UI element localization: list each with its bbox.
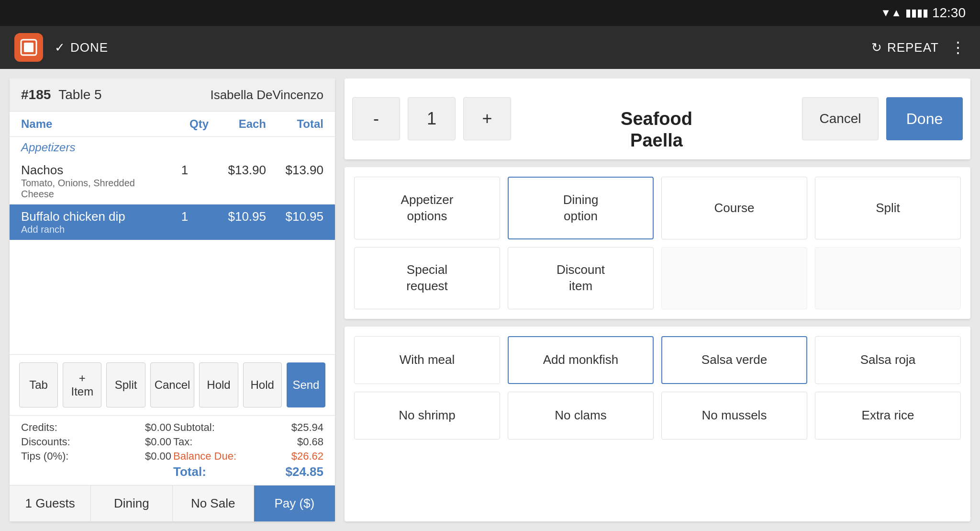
item-each-buffalo: $10.95 xyxy=(209,209,266,224)
empty-option-2 xyxy=(815,247,961,309)
more-button[interactable]: ⋮ xyxy=(950,38,966,56)
customer-name: Isabella DeVincenzo xyxy=(210,88,323,102)
done-modifier-button[interactable]: Done xyxy=(886,97,963,140)
repeat-button[interactable]: ↻ REPEAT xyxy=(871,40,939,55)
extra-rice-button[interactable]: Extra rice xyxy=(815,392,961,440)
item-total-nachos: $13.90 xyxy=(266,163,323,178)
appetizer-options-button[interactable]: Appetizer options xyxy=(354,177,500,240)
qty-plus-button[interactable]: + xyxy=(463,97,511,140)
with-meal-button[interactable]: With meal xyxy=(354,336,500,384)
item-title: Seafood Paella xyxy=(519,86,794,152)
no-clams-button[interactable]: No clams xyxy=(508,392,654,440)
discounts-row: Discounts: $0.00 xyxy=(21,436,171,448)
order-header: #185 Table 5 Isabella DeVincenzo xyxy=(10,79,335,112)
empty-option-1 xyxy=(661,247,807,309)
hold-button-2[interactable]: Hold xyxy=(243,362,282,407)
app-logo xyxy=(14,33,43,62)
order-nav: 1 Guests Dining No Sale Pay ($) xyxy=(10,485,335,521)
add-monkfish-button[interactable]: Add monkfish xyxy=(508,336,654,384)
main-content: #185 Table 5 Isabella DeVincenzo Name Qt… xyxy=(0,69,980,531)
discount-item-button[interactable]: Discount item xyxy=(508,247,654,309)
tax-row: Tax: $0.68 xyxy=(173,436,323,448)
item-each-nachos: $13.90 xyxy=(209,163,266,178)
battery-icon: ▮▮▮▮ xyxy=(905,7,928,19)
category-label: Appetizers xyxy=(21,141,75,154)
order-item-buffalo[interactable]: Buffalo chicken dip Add ranch 1 $10.95 $… xyxy=(10,204,335,240)
col-qty: Qty xyxy=(161,117,209,131)
cancel-order-button[interactable]: Cancel xyxy=(150,362,195,407)
hold-button-1[interactable]: Hold xyxy=(199,362,238,407)
svg-rect-1 xyxy=(24,43,33,52)
totals-right: Subtotal: $25.94 Tax: $0.68 Balance Due:… xyxy=(173,421,323,479)
col-name: Name xyxy=(21,117,161,131)
item-qty-nachos: 1 xyxy=(161,163,209,178)
top-options-row-2: Special request Discount item xyxy=(354,247,961,309)
top-options-row-1: Appetizer options Dining option Course S… xyxy=(354,177,961,240)
action-bar-left: ✓ DONE xyxy=(14,33,108,62)
qty-bar: - 1 + Seafood Paella Cancel Done xyxy=(345,79,970,159)
qty-minus-button[interactable]: - xyxy=(352,97,400,140)
total-row: Total: $24.85 xyxy=(173,464,323,479)
category-appetizers: Appetizers xyxy=(10,137,335,158)
order-totals: Credits: $0.00 Discounts: $0.00 Tips (0%… xyxy=(10,415,335,485)
special-request-button[interactable]: Special request xyxy=(354,247,500,309)
totals-left: Credits: $0.00 Discounts: $0.00 Tips (0%… xyxy=(21,421,171,479)
more-icon: ⋮ xyxy=(950,39,966,56)
order-number: #185 xyxy=(21,87,51,102)
qty-display: 1 xyxy=(408,97,456,140)
order-spacer xyxy=(10,240,335,354)
order-item-nachos[interactable]: Nachos Tomato, Onions, Shredded Cheese 1… xyxy=(10,158,335,204)
repeat-label: REPEAT xyxy=(887,40,939,55)
balance-due-row: Balance Due: $26.62 xyxy=(173,450,323,463)
salsa-verde-button[interactable]: Salsa verde xyxy=(661,336,807,384)
checkmark-icon: ✓ xyxy=(55,40,66,55)
done-button[interactable]: ✓ DONE xyxy=(55,40,108,55)
col-each: Each xyxy=(209,117,266,131)
no-mussels-button[interactable]: No mussels xyxy=(661,392,807,440)
modifier-panel: - 1 + Seafood Paella Cancel Done Appetiz… xyxy=(345,79,970,521)
status-time: 12:30 xyxy=(932,5,966,21)
dining-button[interactable]: Dining xyxy=(91,486,172,521)
wifi-icon: ▼▲ xyxy=(880,7,902,19)
action-bar-right: ↻ REPEAT ⋮ xyxy=(871,38,966,56)
column-headers: Name Qty Each Total xyxy=(10,112,335,137)
order-info: #185 Table 5 xyxy=(21,87,102,102)
split-button[interactable]: Split xyxy=(106,362,145,407)
bottom-modifier-grid: With meal Add monkfish Salsa verde Salsa… xyxy=(345,327,970,521)
tips-row: Tips (0%): $0.00 xyxy=(21,450,171,463)
split-modifier-button[interactable]: Split xyxy=(815,177,961,240)
course-button[interactable]: Course xyxy=(661,177,807,240)
repeat-icon: ↻ xyxy=(871,40,882,55)
top-options-grid: Appetizer options Dining option Course S… xyxy=(345,167,970,319)
salsa-roja-button[interactable]: Salsa roja xyxy=(815,336,961,384)
bottom-options-row-2: No shrimp No clams No mussels Extra rice xyxy=(354,392,961,440)
add-item-button[interactable]: + Item xyxy=(63,362,101,407)
no-sale-button[interactable]: No Sale xyxy=(173,486,254,521)
dining-option-button[interactable]: Dining option xyxy=(508,177,654,240)
col-total: Total xyxy=(266,117,323,131)
no-shrimp-button[interactable]: No shrimp xyxy=(354,392,500,440)
done-label: DONE xyxy=(70,40,108,55)
subtotal-row: Subtotal: $25.94 xyxy=(173,421,323,434)
cancel-modifier-button[interactable]: Cancel xyxy=(802,97,879,140)
order-actions: Tab + Item Split Cancel Hold Hold Send xyxy=(10,354,335,415)
status-bar: ▼▲ ▮▮▮▮ 12:30 xyxy=(0,0,980,26)
pay-button[interactable]: Pay ($) xyxy=(254,486,335,521)
tab-button[interactable]: Tab xyxy=(19,362,58,407)
item-name-buffalo: Buffalo chicken dip Add ranch xyxy=(21,209,161,235)
send-button[interactable]: Send xyxy=(287,362,325,407)
credits-row: Credits: $0.00 xyxy=(21,421,171,434)
item-total-buffalo: $10.95 xyxy=(266,209,323,224)
table-name: Table 5 xyxy=(58,87,101,102)
item-name-nachos: Nachos Tomato, Onions, Shredded Cheese xyxy=(21,163,161,200)
bottom-options-row-1: With meal Add monkfish Salsa verde Salsa… xyxy=(354,336,961,384)
order-panel: #185 Table 5 Isabella DeVincenzo Name Qt… xyxy=(10,79,335,521)
action-bar: ✓ DONE ↻ REPEAT ⋮ xyxy=(0,26,980,69)
status-icons: ▼▲ ▮▮▮▮ 12:30 xyxy=(880,5,966,21)
guests-button[interactable]: 1 Guests xyxy=(10,486,91,521)
item-qty-buffalo: 1 xyxy=(161,209,209,224)
